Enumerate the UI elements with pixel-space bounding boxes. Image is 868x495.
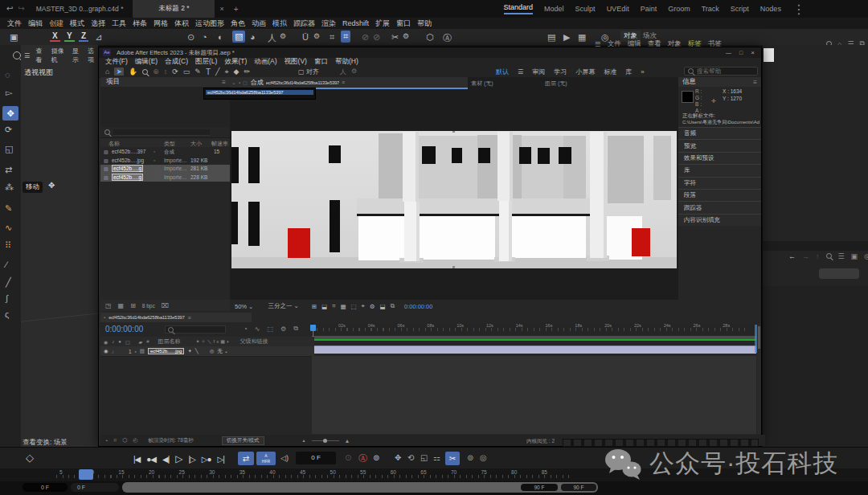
layout-icon[interactable]: ▣ [10,32,18,43]
magnet-settings-icon[interactable]: ⚙ [313,32,320,40]
workspace-tab[interactable]: Nodes [760,5,781,13]
project-item-row[interactable]: ▨ ecf452b….397 ▪ 合成 15 [100,148,230,157]
selection-tool-icon[interactable]: ➤ [114,68,124,76]
snap-checkbox[interactable]: ▢ 对齐 [298,68,319,76]
menu-item[interactable]: 动画 [251,18,267,29]
layer-audio-toggle[interactable]: ♪ [112,349,114,354]
layer-label-swatch[interactable]: ▪ [135,349,137,354]
collapsed-panel-header[interactable]: 段落 [678,189,761,201]
range-start-field[interactable]: 0 F [23,483,68,492]
scale-tool-icon[interactable]: ◱ [5,145,13,153]
menu-item[interactable]: 样条 [132,18,148,29]
parent-pickwhip-icon[interactable]: ◎ [210,348,215,354]
collapsed-panel-header[interactable]: 效果和预设 [678,152,761,164]
new-comp-icon[interactable]: ⊞ [130,302,136,309]
next-frame-button[interactable]: |▷ [189,455,195,464]
texture-mode-icon[interactable]: ◔ [202,32,207,42]
workspace-tab[interactable]: Groom [668,5,690,13]
text-tool-icon[interactable]: T [206,68,211,76]
redo-icon[interactable]: ↪ [18,5,24,13]
attr-target-icon[interactable]: ◎ [864,252,868,260]
guides-icon[interactable]: ⬚ [350,303,356,310]
keyframe-presets-button[interactable]: ⊚ [467,453,473,462]
project-item-list[interactable]: ▨ ecf452b….397 ▪ 合成 15 ▨ ecf452b….jpg ▪ … [100,148,230,182]
label-swatch[interactable]: ▪ [154,158,155,163]
channels-icon[interactable]: ⧉ [391,302,395,310]
exposure-icon[interactable]: ⚙ [370,303,375,310]
range-end-field[interactable]: 90 F [521,484,558,491]
zoom-in-mountain-icon[interactable]: ▲ [345,438,350,444]
knife-tool-icon[interactable]: ∕ [6,260,7,269]
scissors-icon[interactable]: ✂ [391,32,399,43]
attr-lock-icon[interactable]: ▣ [851,252,858,260]
collapsed-panel-header[interactable]: 跟踪器 [678,201,761,213]
info-panel-tab[interactable]: 信息 ≡ [678,77,761,87]
shy-icon[interactable]: ⬚ [268,325,274,333]
multi-move-icon[interactable]: ⁂ [5,183,14,192]
playhead[interactable] [310,325,316,331]
attr-up-icon[interactable]: ↑ [816,252,820,260]
menu-item[interactable]: 网格 [153,18,169,29]
rotation-tool-icon[interactable]: ⟳ [172,68,178,76]
viewport-search-icon[interactable] [13,51,21,59]
resolution-dropdown[interactable]: 三分之一 ⌄ [268,302,298,310]
axis-y-toggle[interactable]: Y [64,31,75,42]
tab-add-icon[interactable]: + [234,5,239,14]
c4d-viewport[interactable]: ☰ 查看 摄像机 显示 选项 透视视图 移动 ✥ 查看变换: 场景 [21,45,98,447]
menu-item[interactable]: 模式 [69,18,85,29]
menu-item[interactable]: 选择 [90,18,106,29]
pen-tool-ae-icon[interactable]: ✎ [194,68,201,76]
workspace-list-icon[interactable]: ☰ [518,68,523,76]
render-picture-viewer-icon[interactable]: ▶ [563,32,570,43]
timeline-tab[interactable]: ▪ ecf452bc36d14bda6258ba1133e5397 ≡ [100,313,252,322]
frame-blend-icon[interactable]: ⚙ [280,325,286,333]
workspace-tab[interactable]: Paint [641,5,657,13]
attr-filter-icon[interactable]: ☰ [838,252,845,260]
viewport-menu-icon[interactable]: ☰ [24,52,30,59]
motion-blur-icon[interactable]: ⧉ [293,325,298,333]
menu-item[interactable]: 体积 [174,18,190,29]
project-panel-menu-icon[interactable]: ≡ [222,79,226,86]
rect-tool-icon[interactable]: ▭ [183,68,190,76]
workspace-standard[interactable]: 标准 [604,68,616,76]
workspace-tab[interactable]: Standard [504,3,534,14]
toggle-switches-button[interactable]: 切换开关/模式 [222,436,264,445]
workspace-review[interactable]: 审阅 [532,68,545,76]
layer-row[interactable]: ◉ ♪ 1 ▪ ▨ ecf452b......jpg ✦ ╲ ◎ 无 ⌄ [100,346,314,357]
collapsed-panel-header[interactable]: 预览 [678,139,761,151]
autokey-icon[interactable]: Ⓐ [443,32,452,44]
axis-z-toggle[interactable]: Z [79,31,88,42]
attr-search-icon[interactable] [826,253,832,259]
viewport-menu-view[interactable]: 查看 [35,47,46,64]
ae-minimize-button[interactable]: — [726,50,731,55]
expand-transform-icon[interactable]: ◔ [104,438,108,444]
hexagon-tool-icon[interactable]: ⬡ [426,32,434,43]
info-panel-menu-icon[interactable]: ≡ [753,79,757,86]
layer-switch-1[interactable]: ✦ [187,348,191,354]
render-view-icon[interactable]: ▤ [547,32,555,43]
timeline-panel-menu-icon[interactable]: ≡ [188,315,191,321]
menu-item[interactable]: 模拟 [272,18,288,29]
track-area[interactable] [312,356,756,434]
workspace-tab[interactable]: Model [544,5,564,13]
current-frame-field[interactable]: 0 F [296,452,336,464]
timeline-vscrollbar[interactable] [757,325,761,434]
workspace-more[interactable]: » [641,68,644,76]
snap-grid-icon[interactable]: ⌗ [341,31,350,43]
range-start2-field[interactable]: 0 F [71,483,119,492]
timeline-panel[interactable]: ▪ ecf452bc36d14bda6258ba1133e5397 ≡ 0:00… [100,313,761,446]
menu-item[interactable]: 角色 [230,18,246,29]
prev-frame-button[interactable]: ◀| [162,455,169,464]
menu-item[interactable]: 创建 [48,18,64,29]
comp-lock-icon[interactable]: ▢ [243,80,248,85]
grid-icon[interactable]: ⌗ [330,32,334,43]
play-button[interactable]: ▷ [175,453,182,464]
viewer-chevron-icon[interactable]: ⌄ [231,80,236,86]
col-type[interactable]: 类型 [164,140,175,148]
transfer-tool-icon[interactable]: ⇄ [5,166,12,174]
collapsed-panel-header[interactable]: 音频 [678,127,761,139]
layer-duration-bar[interactable] [312,346,756,354]
rotate-tool-icon[interactable]: ⟳ [5,125,12,134]
zoom-out-mountain-icon[interactable]: ▲ [302,438,306,443]
layer-switch-2[interactable]: ╲ [195,348,199,354]
